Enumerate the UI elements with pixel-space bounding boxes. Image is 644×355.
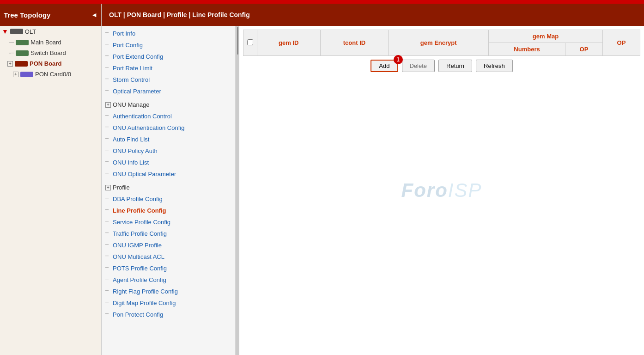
pon-card-label: PON Card0/0 bbox=[35, 71, 71, 78]
pon-board-label: PON Board bbox=[30, 60, 61, 67]
sidebar-title: Tree Topology bbox=[4, 11, 50, 19]
select-all-checkbox[interactable] bbox=[247, 39, 253, 45]
line-connector-main: ├─ bbox=[7, 40, 14, 45]
tree-node-pon-card[interactable]: + PON Card0/0 bbox=[0, 69, 101, 80]
th-op2: OP bbox=[565, 43, 603, 56]
main-board-icon bbox=[16, 40, 29, 45]
sub-nav-traffic-profile[interactable]: Traffic Profile Config bbox=[102, 228, 235, 239]
sub-nav-storm-control[interactable]: Storm Control bbox=[102, 74, 235, 86]
sub-nav-optical-parameter[interactable]: Optical Parameter bbox=[102, 86, 235, 97]
sub-nav-onu-optical-param[interactable]: ONU Optical Parameter bbox=[102, 168, 235, 180]
delete-button[interactable]: Delete bbox=[402, 60, 435, 72]
onu-manage-header[interactable]: + ONU Manage bbox=[102, 99, 235, 110]
sub-nav-onu-policy-auth[interactable]: ONU Policy Auth bbox=[102, 145, 235, 157]
pon-expand-box[interactable]: + bbox=[7, 61, 13, 67]
breadcrumb-bar: OLT | PON Board | Profile | Line Profile… bbox=[102, 4, 644, 26]
sub-nav-scrollbar[interactable] bbox=[236, 26, 239, 355]
watermark: ForoISP bbox=[401, 179, 482, 202]
add-btn-wrapper: Add 1 bbox=[371, 60, 398, 72]
pon-card-expand-box[interactable]: + bbox=[13, 72, 18, 77]
onu-manage-expand[interactable]: + bbox=[105, 102, 111, 108]
port-section: Port Info Port Config Port Extend Config… bbox=[102, 28, 235, 97]
profile-group: + Profile DBA Profile Config Line Profil… bbox=[102, 182, 235, 320]
sub-nav-digit-map-profile[interactable]: Digit Map Profile Config bbox=[102, 297, 235, 309]
sub-nav-pots-profile[interactable]: POTS Profile Config bbox=[102, 263, 235, 274]
onu-manage-label: ONU Manage bbox=[113, 101, 149, 108]
sidebar: Tree Topology ◄ ▼ OLT ├─ Main Board ├─ S… bbox=[0, 4, 102, 355]
th-op: OP bbox=[602, 30, 640, 56]
right-panel: OLT | PON Board | Profile | Line Profile… bbox=[102, 4, 644, 355]
profile-expand[interactable]: + bbox=[105, 185, 111, 190]
return-button[interactable]: Return bbox=[438, 60, 472, 72]
gem-table: gem ID tcont ID gem Encrypt gem Map OP N… bbox=[243, 30, 640, 56]
th-tcont-id: tcont ID bbox=[320, 30, 389, 56]
refresh-button[interactable]: Refresh bbox=[476, 60, 513, 72]
profile-header[interactable]: + Profile bbox=[102, 182, 235, 193]
onu-manage-group: + ONU Manage Authentication Control ONU … bbox=[102, 99, 235, 180]
add-badge: 1 bbox=[394, 55, 403, 64]
line-connector-switch: ├─ bbox=[7, 50, 14, 55]
collapse-icon[interactable]: ◄ bbox=[91, 11, 97, 18]
tree-node-olt[interactable]: ▼ OLT bbox=[0, 26, 101, 37]
tree-node-pon-board[interactable]: + PON Board bbox=[0, 58, 101, 69]
th-numbers: Numbers bbox=[489, 43, 565, 56]
olt-label: OLT bbox=[25, 28, 36, 35]
switch-board-icon bbox=[16, 50, 29, 56]
pon-board-icon bbox=[15, 61, 28, 67]
th-gem-encrypt: gem Encrypt bbox=[389, 30, 489, 56]
sub-nav-onu-info-list[interactable]: ONU Info List bbox=[102, 157, 235, 168]
th-checkbox bbox=[243, 30, 257, 56]
olt-icon bbox=[10, 29, 23, 34]
sub-nav-onu-igmp-profile[interactable]: ONU IGMP Profile bbox=[102, 239, 235, 251]
pon-card-icon bbox=[20, 72, 33, 77]
sub-nav-port-rate-limit[interactable]: Port Rate Limit bbox=[102, 62, 235, 74]
main-board-label: Main Board bbox=[30, 39, 61, 46]
sub-nav-dba-profile[interactable]: DBA Profile Config bbox=[102, 193, 235, 205]
table-area: gem ID tcont ID gem Encrypt gem Map OP N… bbox=[239, 26, 644, 355]
sub-nav-pon-protect[interactable]: Pon Protect Config bbox=[102, 309, 235, 320]
sub-nav-agent-profile[interactable]: Agent Profile Config bbox=[102, 274, 235, 286]
tree-node-main-board[interactable]: ├─ Main Board bbox=[0, 37, 101, 48]
sub-nav-onu-auth-config[interactable]: ONU Authentication Config bbox=[102, 122, 235, 134]
sub-nav-port-extend-config[interactable]: Port Extend Config bbox=[102, 51, 235, 62]
breadcrumb: OLT | PON Board | Profile | Line Profile… bbox=[109, 11, 250, 18]
profile-label: Profile bbox=[113, 184, 130, 191]
watermark-text: ForoISP bbox=[401, 179, 482, 202]
sub-nav-auto-find-list[interactable]: Auto Find List bbox=[102, 134, 235, 145]
sub-nav-line-profile[interactable]: Line Profile Config bbox=[102, 205, 235, 216]
sidebar-header[interactable]: Tree Topology ◄ bbox=[0, 4, 101, 26]
sub-nav-auth-control[interactable]: Authentication Control bbox=[102, 110, 235, 122]
sub-nav: Port Info Port Config Port Extend Config… bbox=[102, 26, 236, 355]
sub-nav-port-config[interactable]: Port Config bbox=[102, 39, 235, 51]
th-gem-id: gem ID bbox=[257, 30, 321, 56]
sub-nav-onu-multicast-acl[interactable]: ONU Multicast ACL bbox=[102, 251, 235, 263]
sub-nav-port-info[interactable]: Port Info bbox=[102, 28, 235, 39]
top-bar bbox=[0, 0, 644, 4]
tree-node-switch-board[interactable]: ├─ Switch Board bbox=[0, 48, 101, 58]
action-bar: Add 1 Delete Return Refresh bbox=[243, 56, 640, 76]
olt-expand-icon: ▼ bbox=[2, 28, 8, 35]
sub-nav-right-flag-profile[interactable]: Right Flag Profile Config bbox=[102, 286, 235, 297]
switch-board-label: Switch Board bbox=[30, 49, 66, 56]
th-gem-map: gem Map bbox=[489, 30, 603, 43]
sub-nav-service-profile[interactable]: Service Profile Config bbox=[102, 216, 235, 228]
